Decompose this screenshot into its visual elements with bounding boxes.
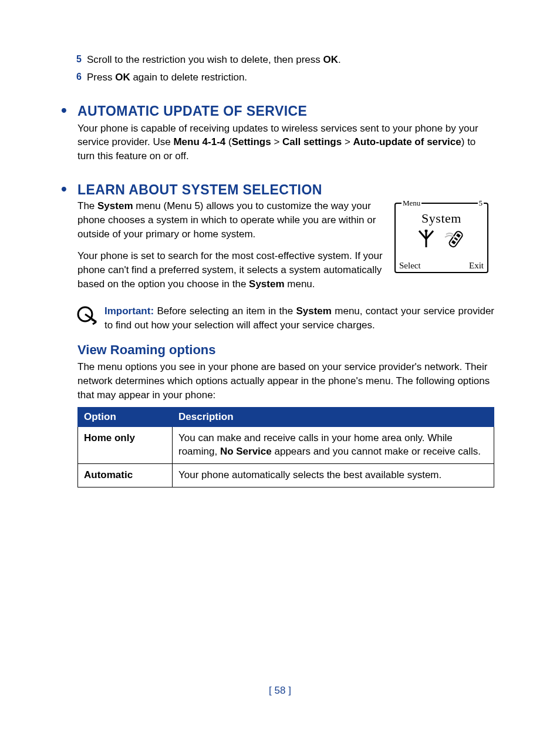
- heading-automatic-update: • AUTOMATIC UPDATE OF SERVICE: [66, 102, 494, 119]
- step-text: Press OK again to delete restriction.: [87, 70, 494, 85]
- phone-menu-header: Menu 5: [402, 199, 484, 208]
- manual-page: 5 Scroll to the restriction you wish to …: [0, 0, 560, 733]
- page-number: [ 58 ]: [0, 685, 560, 697]
- step-text: Scroll to the restriction you wish to de…: [87, 53, 494, 67]
- heading-text: LEARN ABOUT SYSTEM SELECTION: [77, 182, 322, 198]
- svg-point-0: [425, 230, 428, 233]
- phone-menu-label: Menu: [402, 199, 421, 208]
- system-section-body: The System menu (Menu 5) allows you to c…: [77, 199, 494, 300]
- phone-menu-number: 5: [478, 199, 484, 208]
- phone-icons: [396, 230, 487, 250]
- roaming-options-table: Option Description Home only You can mak…: [77, 407, 494, 487]
- roaming-intro: The menu options you see in your phone a…: [77, 360, 494, 402]
- heading-system-selection: • LEARN ABOUT SYSTEM SELECTION: [66, 181, 494, 198]
- cell-description: Your phone automatically selects the bes…: [173, 463, 494, 487]
- important-icon: [76, 305, 97, 329]
- phone-softkey-left: Select: [399, 261, 421, 271]
- phone-softkey-right: Exit: [469, 261, 484, 271]
- cell-option: Automatic: [78, 463, 173, 487]
- system-text: The System menu (Menu 5) allows you to c…: [77, 199, 386, 300]
- auto-update-paragraph: Your phone is capable of receiving updat…: [77, 122, 494, 163]
- bullet-icon: •: [61, 181, 77, 197]
- table-row: Home only You can make and receive calls…: [78, 426, 494, 463]
- phone-softkeys: Select Exit: [399, 261, 484, 271]
- table-row: Automatic Your phone automatically selec…: [78, 463, 494, 487]
- cell-option: Home only: [78, 426, 173, 463]
- important-label: Important:: [104, 305, 154, 317]
- important-text: Important: Before selecting an item in t…: [104, 304, 494, 332]
- step-number: 6: [76, 70, 87, 85]
- step-6: 6 Press OK again to delete restriction.: [76, 70, 494, 85]
- step-5: 5 Scroll to the restriction you wish to …: [76, 53, 494, 67]
- important-callout: Important: Before selecting an item in t…: [76, 304, 494, 332]
- heading-text: AUTOMATIC UPDATE OF SERVICE: [77, 103, 307, 119]
- bullet-icon: •: [61, 102, 77, 119]
- phone-handset-icon: [444, 230, 467, 250]
- phone-screen-illustration: Menu 5 System: [394, 203, 488, 273]
- step-number: 5: [76, 53, 87, 67]
- antenna-signal-icon: [416, 230, 437, 250]
- cell-description: You can make and receive calls in your h…: [173, 426, 494, 463]
- col-description: Description: [173, 407, 494, 426]
- phone-header-rule: [424, 203, 475, 204]
- phone-title: System: [396, 211, 487, 226]
- table-header-row: Option Description: [78, 407, 494, 426]
- heading-roaming-options: View Roaming options: [77, 342, 494, 358]
- col-option: Option: [78, 407, 173, 426]
